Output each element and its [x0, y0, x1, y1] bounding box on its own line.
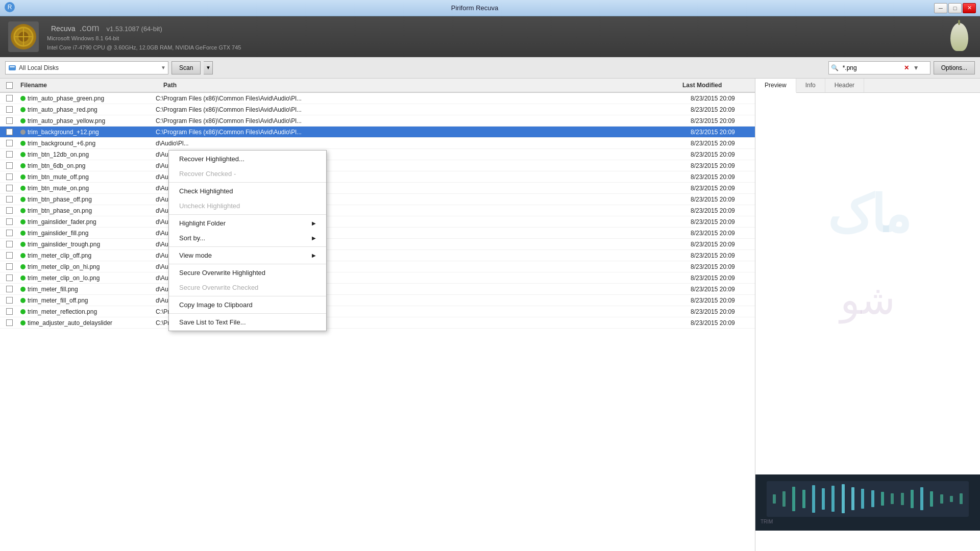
row-checkbox[interactable]	[6, 129, 13, 135]
row-checkbox-cell[interactable]	[0, 129, 18, 135]
table-row[interactable]: trim_btn_6db_on.png d\Audio\Pl... 8/23/2…	[0, 160, 755, 171]
row-checkbox-cell[interactable]	[0, 230, 18, 236]
location-dropdown-arrow[interactable]: ▼	[159, 65, 168, 70]
menu-item-secure-overwrite-highlighted[interactable]: Secure Overwrite Highlighted	[169, 265, 326, 280]
table-row[interactable]: time_adjuster_auto_delayslider C:\Progra…	[0, 317, 755, 329]
table-row[interactable]: trim_background_+6.png d\Audio\Pl... 8/2…	[0, 138, 755, 149]
row-checkbox[interactable]	[6, 319, 13, 326]
date-column-header[interactable]: Last Modified	[680, 81, 747, 90]
table-row[interactable]: trim_btn_phase_on.png d\Audio\Pl... 8/23…	[0, 205, 755, 216]
search-dropdown-button[interactable]: ▼	[911, 64, 921, 71]
tab-preview[interactable]: Preview	[755, 79, 796, 93]
row-checkbox[interactable]	[6, 173, 13, 180]
options-button[interactable]: Options...	[934, 61, 975, 74]
row-checkbox[interactable]	[6, 218, 13, 225]
row-checkbox[interactable]	[6, 252, 13, 259]
menu-separator	[169, 246, 326, 247]
row-checkbox[interactable]	[6, 207, 13, 214]
scan-dropdown-button[interactable]: ▼	[204, 61, 213, 74]
row-checkbox-cell[interactable]	[0, 106, 18, 113]
row-checkbox[interactable]	[6, 196, 13, 203]
search-clear-button[interactable]: ✕	[902, 64, 911, 71]
location-dropdown[interactable]: All Local Disks ▼	[5, 61, 168, 74]
row-checkbox-cell[interactable]	[0, 162, 18, 169]
file-name-cell: trim_btn_mute_off.png	[18, 173, 154, 181]
status-dot	[20, 186, 26, 191]
app-cpu: Intel Core i7-4790 CPU @ 3.60GHz, 12.0GB…	[47, 43, 938, 53]
row-checkbox-cell[interactable]	[0, 95, 18, 102]
row-checkbox-cell[interactable]	[0, 274, 18, 281]
row-checkbox[interactable]	[6, 185, 13, 191]
table-row[interactable]: trim_background_+12.png C:\Program Files…	[0, 127, 755, 138]
minimize-button[interactable]: ─	[934, 3, 947, 13]
row-checkbox-cell[interactable]	[0, 252, 18, 259]
file-list-panel: Filename Path Last Modified trim_auto_ph…	[0, 79, 755, 551]
row-checkbox[interactable]	[6, 263, 13, 270]
row-checkbox-cell[interactable]	[0, 207, 18, 214]
status-dot	[20, 242, 26, 247]
row-checkbox-cell[interactable]	[0, 173, 18, 180]
row-checkbox-cell[interactable]	[0, 286, 18, 292]
file-date-cell: 8/23/2015 20:09	[689, 95, 755, 102]
menu-item-sort-by[interactable]: Sort by... ▶	[169, 231, 326, 245]
table-row[interactable]: trim_gainslider_fader.png d\Audio\Pl... …	[0, 216, 755, 228]
row-checkbox-cell[interactable]	[0, 185, 18, 191]
row-checkbox[interactable]	[6, 140, 13, 146]
row-checkbox[interactable]	[6, 95, 13, 102]
row-checkbox[interactable]	[6, 230, 13, 236]
table-row[interactable]: trim_btn_mute_off.png d\Audio\Pl... 8/23…	[0, 171, 755, 183]
table-row[interactable]: trim_meter_fill_off.png d\Audio\Pl... 8/…	[0, 295, 755, 306]
menu-item-view-mode[interactable]: View mode ▶	[169, 248, 326, 263]
row-checkbox-cell[interactable]	[0, 297, 18, 304]
table-row[interactable]: trim_meter_clip_on_hi.png d\Audio\Pl... …	[0, 261, 755, 272]
table-row[interactable]: trim_auto_phase_yellow.png C:\Program Fi…	[0, 115, 755, 127]
row-checkbox-cell[interactable]	[0, 196, 18, 203]
file-name-cell: trim_meter_clip_on_hi.png	[18, 263, 154, 270]
row-checkbox[interactable]	[6, 274, 13, 281]
row-checkbox-cell[interactable]	[0, 117, 18, 124]
row-checkbox-cell[interactable]	[0, 151, 18, 158]
table-row[interactable]: trim_btn_12db_on.png d\Audio\Pl... 8/23/…	[0, 149, 755, 160]
row-checkbox[interactable]	[6, 241, 13, 247]
table-row[interactable]: trim_meter_fill.png d\Audio\Pl... 8/23/2…	[0, 284, 755, 295]
menu-item-save-list[interactable]: Save List to Text File...	[169, 315, 326, 330]
search-input[interactable]	[841, 64, 902, 71]
row-checkbox[interactable]	[6, 297, 13, 304]
filename-column-header[interactable]: Filename	[18, 81, 161, 90]
menu-item-recover-highlighted[interactable]: Recover Highlighted...	[169, 152, 326, 166]
row-checkbox[interactable]	[6, 106, 13, 113]
table-row[interactable]: trim_auto_phase_red.png C:\Program Files…	[0, 104, 755, 115]
table-row[interactable]: trim_btn_phase_off.png d\Audio\Pl... 8/2…	[0, 194, 755, 205]
row-checkbox[interactable]	[6, 151, 13, 158]
table-row[interactable]: trim_gainslider_fill.png d\Audio\Pl... 8…	[0, 228, 755, 239]
row-checkbox-cell[interactable]	[0, 218, 18, 225]
row-checkbox-cell[interactable]	[0, 241, 18, 247]
table-row[interactable]: trim_gainslider_trough.png d\Audio\Pl...…	[0, 239, 755, 250]
tab-info[interactable]: Info	[796, 79, 825, 92]
row-checkbox[interactable]	[6, 286, 13, 292]
row-checkbox-cell[interactable]	[0, 140, 18, 146]
row-checkbox-cell[interactable]	[0, 263, 18, 270]
menu-item-copy-image[interactable]: Copy Image to Clipboard	[169, 297, 326, 312]
table-row[interactable]: trim_meter_clip_on_lo.png d\Audio\Pl... …	[0, 272, 755, 284]
table-row[interactable]: trim_meter_clip_off.png d\Audio\Pl... 8/…	[0, 250, 755, 261]
maximize-button[interactable]: □	[948, 3, 962, 13]
row-checkbox[interactable]	[6, 308, 13, 315]
row-checkbox-cell[interactable]	[0, 308, 18, 315]
scan-button[interactable]: Scan	[172, 61, 201, 74]
tab-header[interactable]: Header	[825, 79, 864, 92]
menu-item-highlight-folder[interactable]: Highlight Folder ▶	[169, 216, 326, 231]
table-row[interactable]: trim_btn_mute_on.png d\Audio\Pl... 8/23/…	[0, 183, 755, 194]
row-checkbox-cell[interactable]	[0, 319, 18, 326]
menu-item-check-highlighted[interactable]: Check Highlighted	[169, 184, 326, 198]
table-row[interactable]: trim_meter_reflection.png C:\Program Fil…	[0, 306, 755, 317]
table-row[interactable]: trim_auto_phase_green.png C:\Program Fil…	[0, 93, 755, 104]
menu-separator	[169, 182, 326, 183]
close-button[interactable]: ✕	[963, 3, 976, 13]
path-column-header[interactable]: Path	[161, 81, 680, 90]
row-checkbox[interactable]	[6, 162, 13, 169]
row-checkbox[interactable]	[6, 117, 13, 124]
select-all-checkbox[interactable]	[6, 82, 13, 89]
header-check-col[interactable]	[0, 82, 18, 89]
file-name-cell: trim_btn_12db_on.png	[18, 151, 154, 158]
